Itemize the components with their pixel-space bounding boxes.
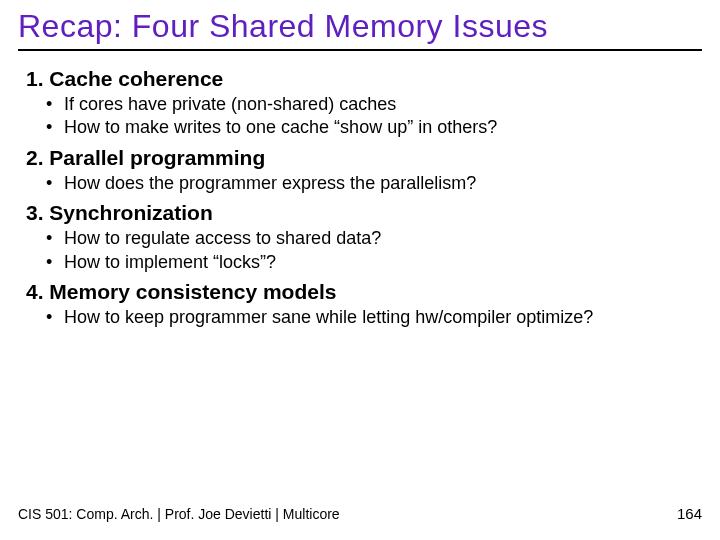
item-title: Cache coherence [49, 67, 223, 90]
bullet-item: How to keep programmer sane while lettin… [64, 306, 702, 329]
list-item: 3. Synchronization How to regulate acces… [26, 201, 702, 274]
bullet-item: How does the programmer express the para… [64, 172, 702, 195]
bullet-list: How to keep programmer sane while lettin… [26, 306, 702, 329]
bullet-list: How does the programmer express the para… [26, 172, 702, 195]
item-number: 2. [26, 146, 44, 169]
list-item: 4. Memory consistency models How to keep… [26, 280, 702, 329]
slide-content: 1. Cache coherence If cores have private… [18, 67, 702, 329]
item-title: Parallel programming [49, 146, 265, 169]
list-item: 2. Parallel programming How does the pro… [26, 146, 702, 195]
slide-title: Recap: Four Shared Memory Issues [18, 8, 702, 51]
item-heading: 1. Cache coherence [26, 67, 702, 91]
item-heading: 3. Synchronization [26, 201, 702, 225]
bullet-list: How to regulate access to shared data? H… [26, 227, 702, 274]
item-heading: 2. Parallel programming [26, 146, 702, 170]
bullet-item: How to implement “locks”? [64, 251, 702, 274]
bullet-item: If cores have private (non-shared) cache… [64, 93, 702, 116]
list-item: 1. Cache coherence If cores have private… [26, 67, 702, 140]
item-title: Synchronization [49, 201, 212, 224]
item-title: Memory consistency models [49, 280, 336, 303]
item-number: 1. [26, 67, 44, 90]
bullet-item: How to make writes to one cache “show up… [64, 116, 702, 139]
item-number: 4. [26, 280, 44, 303]
item-heading: 4. Memory consistency models [26, 280, 702, 304]
footer-text: CIS 501: Comp. Arch. | Prof. Joe Deviett… [18, 506, 340, 522]
slide-footer: CIS 501: Comp. Arch. | Prof. Joe Deviett… [18, 505, 702, 522]
item-number: 3. [26, 201, 44, 224]
page-number: 164 [677, 505, 702, 522]
bullet-list: If cores have private (non-shared) cache… [26, 93, 702, 140]
bullet-item: How to regulate access to shared data? [64, 227, 702, 250]
